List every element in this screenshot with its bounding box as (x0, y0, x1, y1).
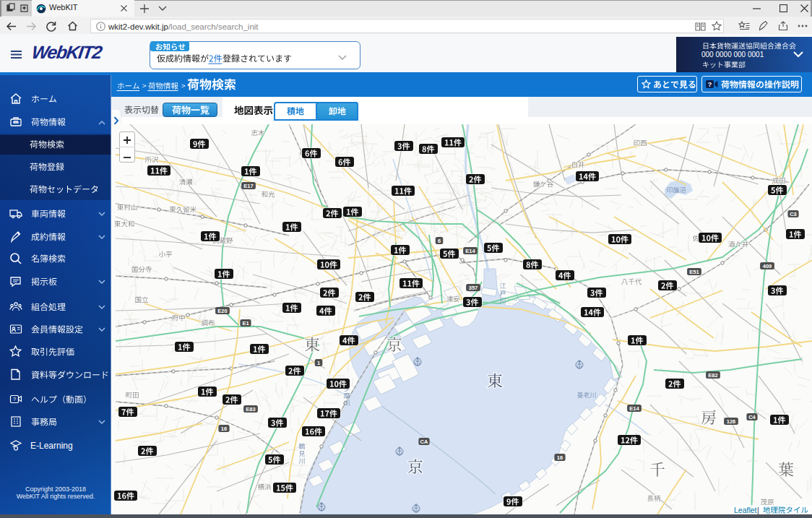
svg-text:C3: C3 (790, 211, 797, 217)
svg-text:126: 126 (727, 418, 736, 425)
svg-text:E20: E20 (217, 308, 227, 314)
svg-text:CA: CA (420, 439, 428, 445)
svg-text:E14: E14 (629, 405, 639, 412)
svg-text:409: 409 (763, 263, 772, 269)
svg-text:1: 1 (317, 360, 320, 366)
svg-text:C4: C4 (748, 414, 756, 420)
svg-text:16: 16 (221, 426, 227, 432)
svg-text:16: 16 (557, 454, 563, 461)
svg-text:?: ? (708, 81, 712, 88)
svg-text:E82: E82 (708, 372, 717, 379)
svg-text:E1: E1 (242, 320, 249, 327)
svg-text:6: 6 (438, 238, 441, 244)
svg-text:E14: E14 (465, 248, 475, 254)
svg-text:?: ? (13, 396, 17, 402)
svg-text:E17: E17 (243, 183, 253, 189)
svg-text:357: 357 (469, 285, 478, 291)
svg-text:E51: E51 (689, 269, 699, 275)
svg-text:E83: E83 (246, 406, 255, 413)
